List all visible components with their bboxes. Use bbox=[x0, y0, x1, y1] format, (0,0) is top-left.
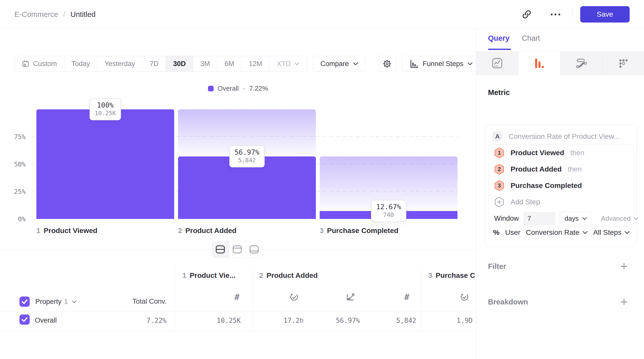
layout-table-only-button[interactable] bbox=[246, 241, 262, 258]
conversion-rate-column-header[interactable] bbox=[345, 292, 356, 302]
ellipsis-icon bbox=[551, 14, 560, 15]
active-tab-underline bbox=[488, 49, 511, 50]
line-chart-icon bbox=[491, 57, 503, 69]
breakdown-section: Breakdown bbox=[488, 296, 630, 308]
chart-legend[interactable]: Overall · 7.22% bbox=[0, 85, 476, 92]
select-all-checkbox[interactable] bbox=[19, 297, 30, 307]
property-selector[interactable]: Property 1 bbox=[35, 298, 77, 306]
count-column-header[interactable]: # bbox=[402, 292, 412, 302]
window-unit-select[interactable]: days bbox=[560, 212, 592, 225]
check-icon bbox=[19, 314, 30, 325]
legend-separator: · bbox=[243, 85, 245, 92]
tab-query[interactable]: Query bbox=[488, 34, 510, 43]
cell-total-conversion: 7.22% bbox=[120, 317, 167, 324]
breadcrumb-parent[interactable]: E-Commerce bbox=[14, 10, 58, 19]
metric-card-header[interactable]: A Conversion Rate of Product View... bbox=[493, 132, 620, 141]
x-axis-step-label: 2Product Added bbox=[178, 227, 236, 235]
legend-value: 7.22% bbox=[249, 85, 268, 92]
chart-type-funnel-tab[interactable] bbox=[518, 51, 560, 75]
top-bar: E-Commerce / Untitled Save bbox=[0, 0, 644, 29]
metric-heading: Metric bbox=[488, 88, 510, 97]
percent-icon: % bbox=[493, 228, 500, 237]
funnel-bar bbox=[36, 109, 174, 219]
chart-settings-button[interactable] bbox=[378, 56, 396, 72]
layout-split-view-button[interactable] bbox=[212, 241, 229, 258]
query-panel: Query Chart bbox=[476, 29, 644, 359]
range-custom-button[interactable]: Custom bbox=[15, 56, 64, 71]
table-group-header-step3[interactable]: 3Purchase C bbox=[428, 271, 475, 280]
chart-percent-icon bbox=[345, 292, 356, 302]
avg-time-column-header[interactable] bbox=[459, 292, 470, 302]
range-3m-button[interactable]: 3M bbox=[193, 56, 217, 71]
cell-step2-conversion: 56.97% bbox=[314, 317, 360, 324]
funnel-bar-product-viewed[interactable]: 100% 10.25K 1Product Viewed bbox=[36, 109, 174, 219]
add-breakdown-button[interactable] bbox=[618, 296, 630, 308]
more-actions-button[interactable] bbox=[547, 6, 564, 23]
funnel-bar-product-added[interactable]: 56.97% 5,842 2Product Added bbox=[178, 109, 316, 219]
window-label: Window bbox=[494, 215, 519, 223]
count-column-header[interactable]: # bbox=[232, 292, 242, 302]
hash-icon: # bbox=[404, 292, 409, 302]
chevron-down-icon bbox=[625, 231, 630, 234]
step-row-2[interactable]: 2 Product Added then bbox=[489, 161, 634, 177]
chart-type-flow-tab[interactable] bbox=[560, 51, 602, 75]
table-group-header-step1[interactable]: 1Product Vie... bbox=[182, 271, 235, 280]
cell-step2-avg-time: 17.2h bbox=[257, 317, 304, 324]
x-axis-step-label: 3Purchase Completed bbox=[320, 227, 398, 235]
chart-type-selector[interactable]: Funnel Steps bbox=[402, 56, 480, 72]
range-6m-button[interactable]: 6M bbox=[217, 56, 242, 71]
range-30d-button[interactable]: 30D bbox=[166, 56, 193, 71]
step-2-badge: 2 bbox=[494, 164, 504, 175]
range-today-button[interactable]: Today bbox=[64, 56, 97, 71]
page-title[interactable]: Untitled bbox=[70, 10, 96, 19]
table-row-label[interactable]: Overall bbox=[35, 316, 57, 324]
dots-grid-icon bbox=[617, 57, 629, 69]
step-3-badge: 3 bbox=[494, 180, 504, 191]
measure-type-select[interactable]: Conversion Rate bbox=[526, 228, 588, 237]
layout-chart-only-button[interactable] bbox=[229, 241, 246, 258]
step-1-badge: 1 bbox=[494, 147, 504, 159]
tab-chart[interactable]: Chart bbox=[522, 34, 540, 43]
window-value-input[interactable] bbox=[523, 212, 555, 225]
svg-text:3: 3 bbox=[498, 182, 501, 189]
add-filter-button[interactable] bbox=[618, 261, 630, 272]
total-conversion-column-header[interactable]: Total Conv. bbox=[102, 298, 167, 305]
share-link-button[interactable] bbox=[518, 6, 535, 23]
table-row-border bbox=[0, 331, 476, 331]
range-7d-button[interactable]: 7D bbox=[142, 56, 166, 71]
range-yesterday-button[interactable]: Yesterday bbox=[97, 56, 142, 71]
compare-button[interactable]: Compare bbox=[313, 56, 366, 72]
property-header: Property 1 bbox=[19, 295, 77, 308]
check-icon bbox=[19, 297, 30, 307]
step-row-1[interactable]: 1 Product Viewed then bbox=[489, 145, 634, 161]
clock-check-icon bbox=[289, 292, 299, 302]
measure-entity[interactable]: User bbox=[505, 228, 520, 237]
svg-text:1: 1 bbox=[498, 150, 501, 156]
chevron-down-icon bbox=[468, 62, 473, 65]
avg-time-column-header[interactable] bbox=[289, 292, 299, 302]
add-step-hexagon-icon bbox=[494, 196, 504, 208]
row-checkbox[interactable] bbox=[19, 314, 30, 325]
save-button[interactable]: Save bbox=[580, 6, 630, 23]
plus-icon bbox=[620, 298, 628, 306]
measure-scope-select[interactable]: All Steps bbox=[593, 228, 630, 237]
top-bar-actions: Save bbox=[518, 6, 630, 23]
y-axis-tick bbox=[32, 136, 35, 137]
breadcrumb-separator: / bbox=[63, 10, 65, 19]
split-view-icon bbox=[215, 245, 225, 254]
step-row-3[interactable]: 3 Purchase Completed bbox=[489, 177, 634, 194]
range-12m-button[interactable]: 12M bbox=[242, 56, 270, 71]
add-step-row[interactable]: Add Step bbox=[489, 194, 634, 210]
date-range-group: Custom Today Yesterday 7D 30D 3M 6M 12M … bbox=[14, 56, 307, 72]
layout-toggle-group bbox=[212, 241, 263, 258]
chart-type-insights-tab[interactable] bbox=[476, 51, 518, 75]
chart-type-retention-tab[interactable] bbox=[602, 51, 644, 75]
table-group-header-step2[interactable]: 2Product Added bbox=[259, 271, 318, 280]
filter-section: Filter bbox=[488, 261, 630, 272]
funnel-bar-purchase-completed[interactable]: 12.67% 740 3Purchase Completed bbox=[320, 109, 458, 219]
cell-step1-count: 10.25K bbox=[195, 317, 241, 324]
advanced-toggle[interactable]: Advanced bbox=[601, 215, 638, 223]
table-column-divider bbox=[421, 266, 422, 331]
range-xtd-button[interactable]: XTD bbox=[270, 56, 307, 71]
funnel-value-badge: 56.97% 5,842 bbox=[229, 145, 265, 167]
